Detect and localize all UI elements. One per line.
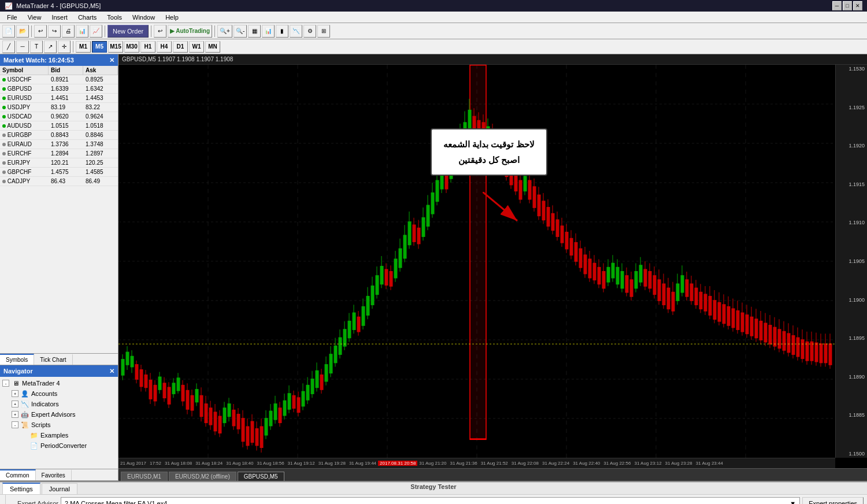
- nav-root[interactable]: - 🖥 MetaTrader 4: [1, 378, 117, 388]
- tree-level-2: 📁 Examples 📄 PeriodConverter: [20, 430, 117, 451]
- nav-examples[interactable]: 📁 Examples: [20, 430, 117, 440]
- tab-tick-chart[interactable]: Tick Chart: [34, 354, 72, 365]
- ea-expand[interactable]: +: [12, 411, 18, 418]
- chart-header: GBPUSD,M5 1.1907 1.1908 1.1907 1.1908: [118, 54, 867, 65]
- dot-eurgbp: [2, 134, 6, 137]
- bar-chart-button[interactable]: 📊: [262, 25, 275, 38]
- menu-insert[interactable]: Insert: [47, 13, 72, 22]
- nav-expert-advisors[interactable]: + 🤖 Expert Advisors: [10, 409, 117, 420]
- tab-settings[interactable]: Settings: [2, 483, 40, 494]
- menu-tools[interactable]: Tools: [102, 13, 127, 22]
- ea-label: Expert Advisor: [3, 500, 58, 504]
- mw-row-eurusd[interactable]: EURUSD 1.4451 1.4453: [0, 94, 118, 103]
- chart-properties-button[interactable]: 📊: [76, 25, 88, 38]
- tab-common[interactable]: Common: [0, 469, 36, 480]
- menu-file[interactable]: File: [2, 13, 22, 22]
- indicator-button[interactable]: 📈: [90, 25, 102, 38]
- col-ask: Ask: [83, 66, 118, 75]
- new-file-button[interactable]: 📄: [2, 25, 15, 38]
- autotrading-button[interactable]: ▶ AutoTrading: [168, 25, 212, 38]
- menu-view[interactable]: View: [23, 13, 46, 22]
- period-m5[interactable]: M5: [92, 41, 107, 53]
- period-w1[interactable]: W1: [189, 41, 204, 53]
- scripts-expand[interactable]: -: [12, 421, 18, 428]
- mw-row-cadjpy[interactable]: CADJPY 86.43 86.49: [0, 177, 118, 186]
- print-button[interactable]: 🖨: [62, 25, 75, 38]
- root-expand[interactable]: -: [2, 380, 9, 387]
- nav-period-converter[interactable]: 📄 PeriodConverter: [20, 440, 117, 451]
- open-button[interactable]: 📂: [16, 25, 29, 38]
- ea-label: Expert Advisors: [31, 411, 75, 418]
- menu-window[interactable]: Window: [128, 13, 160, 22]
- mw-row-eurchf[interactable]: EURCHF 1.2894 1.2897: [0, 149, 118, 158]
- template-button[interactable]: ⊞: [317, 25, 330, 38]
- undo-button[interactable]: ↩: [34, 25, 47, 38]
- line-chart-button[interactable]: 📉: [290, 25, 302, 38]
- menu-charts[interactable]: Charts: [73, 13, 101, 22]
- crosshair-tool[interactable]: ✛: [58, 40, 71, 53]
- price-1910: 1.1910: [836, 220, 867, 225]
- zoom-in-button[interactable]: 🔍+: [217, 25, 232, 38]
- window-controls[interactable]: ─ □ ✕: [832, 1, 862, 10]
- maximize-button[interactable]: □: [843, 1, 852, 10]
- dot-usdcad: [2, 115, 6, 118]
- tab-journal[interactable]: Journal: [42, 483, 77, 494]
- side-strip[interactable]: ▶: [0, 495, 6, 504]
- period-h1[interactable]: H1: [140, 41, 155, 53]
- menu-help[interactable]: Help: [161, 13, 183, 22]
- mw-row-audusd[interactable]: AUDUSD 1.0515 1.0518: [0, 121, 118, 131]
- period-mn[interactable]: MN: [205, 41, 220, 53]
- chart-type-button[interactable]: ▦: [248, 25, 261, 38]
- tab-favorites[interactable]: Favorites: [36, 469, 72, 480]
- expert-properties-button[interactable]: Expert properties: [802, 497, 864, 504]
- nav-indicators[interactable]: + 📉 Indicators: [10, 399, 117, 409]
- time-13: 31 Aug 22:08: [510, 461, 540, 466]
- period-d1[interactable]: D1: [173, 41, 188, 53]
- nav-accounts[interactable]: + 👤 Accounts: [10, 388, 117, 399]
- period-m30[interactable]: M30: [124, 41, 139, 53]
- navigator-header: Navigator ✕: [0, 365, 118, 377]
- tab-symbols[interactable]: Symbols: [0, 354, 34, 365]
- price-1885: 1.1885: [836, 412, 867, 418]
- period-m15[interactable]: M15: [108, 41, 123, 53]
- mw-row-eurjpy[interactable]: EURJPY 120.21 120.25: [0, 158, 118, 168]
- zoom-out-button[interactable]: 🔍-: [234, 25, 247, 38]
- period-sep-button[interactable]: ⚙: [303, 25, 316, 38]
- ea-row: Expert Advisor 2 MA Crosses Mega filter …: [0, 495, 867, 504]
- history-button[interactable]: ↩: [154, 25, 166, 38]
- tab-eurusd-m1[interactable]: EURUSD,M1: [121, 472, 168, 481]
- mw-row-usdchf[interactable]: USDCHF 0.8921 0.8925: [0, 75, 118, 84]
- mw-row-eurgbp[interactable]: EURGBP 0.8843 0.8846: [0, 131, 118, 140]
- left-panel: Market Watch: 16:24:53 ✕ Symbol Bid Ask …: [0, 54, 118, 481]
- ea-dropdown[interactable]: 2 MA Crosses Mega filter EA V1.ex4 ▼: [61, 497, 800, 504]
- separator-4: [214, 25, 215, 37]
- time-3: 31 Aug 18:08: [163, 461, 194, 466]
- minimize-button[interactable]: ─: [832, 1, 842, 10]
- mw-row-gbpchf[interactable]: GBPCHF 1.4575 1.4585: [0, 168, 118, 177]
- time-12: 31 Aug 21:52: [479, 461, 510, 466]
- mw-row-gbpusd[interactable]: GBPUSD 1.6339 1.6342: [0, 84, 118, 94]
- redo-button[interactable]: ↪: [48, 25, 61, 38]
- close-button[interactable]: ✕: [853, 1, 862, 10]
- period-h4[interactable]: H4: [157, 41, 172, 53]
- period-m1[interactable]: M1: [76, 41, 91, 53]
- tab-gbpusd-m5[interactable]: GBPUSD,M5: [238, 472, 284, 481]
- dot-audusd: [2, 124, 6, 128]
- market-watch-close[interactable]: ✕: [109, 57, 114, 64]
- tab-eurusd-m2[interactable]: EURUSD,M2 (offline): [169, 472, 236, 481]
- text-tool[interactable]: T: [30, 40, 43, 53]
- mw-row-usdcad[interactable]: USDCAD 0.9620 0.9624: [0, 112, 118, 121]
- accounts-expand[interactable]: +: [12, 390, 18, 397]
- hline-tool[interactable]: ─: [16, 40, 29, 53]
- new-order-button[interactable]: New Order: [108, 25, 149, 38]
- mw-row-euraud[interactable]: EURAUD 1.3736 1.3748: [0, 140, 118, 149]
- navigator-close[interactable]: ✕: [109, 368, 114, 375]
- indicators-expand[interactable]: +: [12, 401, 18, 407]
- line-tool[interactable]: ╱: [2, 40, 15, 53]
- toolbar-1: 📄 📂 ↩ ↪ 🖨 📊 📈 New Order ↩ ▶ AutoTrading …: [0, 23, 867, 39]
- root-label: MetaTrader 4: [22, 380, 60, 387]
- candle-chart-button[interactable]: ▮: [276, 25, 288, 38]
- arrow-tool[interactable]: ↗: [44, 40, 57, 53]
- mw-row-usdjpy[interactable]: USDJPY 83.19 83.22: [0, 103, 118, 112]
- nav-scripts[interactable]: - 📜 Scripts: [10, 420, 117, 430]
